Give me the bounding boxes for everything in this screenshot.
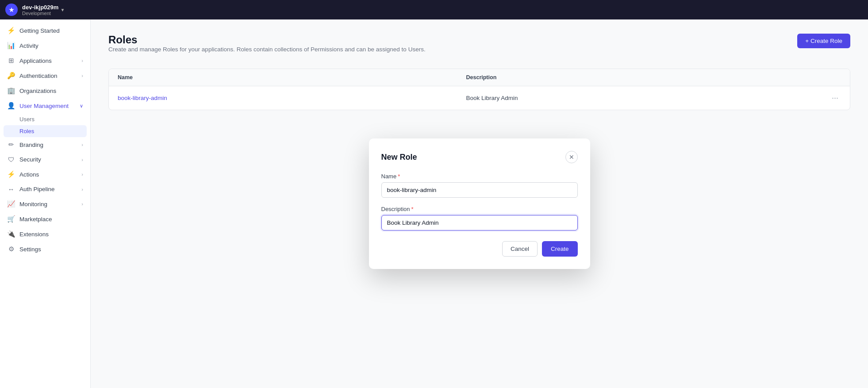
sidebar-item-label: Auth Pipeline bbox=[19, 186, 55, 192]
sidebar-item-label: Extensions bbox=[19, 231, 49, 238]
getting-started-icon: ⚡ bbox=[7, 27, 15, 35]
sidebar-item-label: Getting Started bbox=[19, 27, 60, 34]
sidebar-sub-item-roles[interactable]: Roles bbox=[4, 125, 87, 137]
sidebar-item-label: Monitoring bbox=[19, 201, 47, 207]
marketplace-icon: 🛒 bbox=[7, 215, 15, 223]
sidebar-item-branding[interactable]: ✏ Branding › bbox=[0, 137, 90, 152]
sidebar-item-label: Actions bbox=[19, 171, 39, 178]
logo-icon: ★ bbox=[9, 7, 14, 13]
sidebar-item-label: Authentication bbox=[19, 73, 58, 79]
topbar: ★ dev-ikjp029m Development ▼ bbox=[0, 0, 868, 19]
chevron-right-icon: › bbox=[81, 142, 83, 147]
sidebar-item-applications[interactable]: ⊞ Applications › bbox=[0, 53, 90, 68]
description-input[interactable] bbox=[381, 215, 578, 230]
sidebar-item-user-management[interactable]: 👤 User Management ∨ bbox=[0, 98, 90, 113]
org-switcher[interactable]: dev-ikjp029m Development ▼ bbox=[22, 4, 65, 16]
env-name: Development bbox=[22, 11, 58, 16]
sidebar-item-authentication[interactable]: 🔑 Authentication › bbox=[0, 68, 90, 83]
sidebar-item-label: Settings bbox=[19, 246, 41, 253]
sidebar-item-label: Marketplace bbox=[19, 216, 52, 223]
modal-close-button[interactable]: ✕ bbox=[565, 151, 578, 163]
security-icon: 🛡 bbox=[7, 156, 15, 163]
main-content: Roles Create and manage Roles for your a… bbox=[91, 19, 868, 388]
cancel-button[interactable]: Cancel bbox=[502, 241, 538, 257]
description-form-group: Description * bbox=[381, 206, 578, 230]
chevron-right-icon: › bbox=[81, 187, 83, 192]
modal-title: New Role bbox=[381, 153, 417, 162]
create-button[interactable]: Create bbox=[542, 241, 578, 257]
description-label: Description * bbox=[381, 206, 578, 212]
modal-overlay: New Role ✕ Name * Description * bbox=[91, 19, 868, 388]
organizations-icon: 🏢 bbox=[7, 87, 15, 95]
sidebar-item-activity[interactable]: 📊 Activity bbox=[0, 38, 90, 53]
sidebar-item-label: Security bbox=[19, 156, 41, 163]
sidebar-item-organizations[interactable]: 🏢 Organizations bbox=[0, 83, 90, 98]
modal-footer: Cancel Create bbox=[381, 241, 578, 257]
auth-pipeline-icon: ↔ bbox=[7, 185, 15, 193]
name-label: Name * bbox=[381, 173, 578, 180]
required-indicator: * bbox=[398, 173, 400, 180]
chevron-right-icon: › bbox=[81, 73, 83, 78]
applications-icon: ⊞ bbox=[7, 57, 15, 65]
sidebar-item-label: Activity bbox=[19, 42, 38, 49]
chevron-right-icon: › bbox=[81, 172, 83, 177]
sidebar-item-marketplace[interactable]: 🛒 Marketplace bbox=[0, 211, 90, 227]
sidebar: ⚡ Getting Started 📊 Activity ⊞ Applicati… bbox=[0, 19, 91, 388]
activity-icon: 📊 bbox=[7, 42, 15, 50]
chevron-down-icon: ∨ bbox=[80, 103, 83, 109]
sidebar-item-actions[interactable]: ⚡ Actions › bbox=[0, 167, 90, 182]
org-chevron-icon: ▼ bbox=[60, 8, 65, 12]
sidebar-item-label: User Management bbox=[19, 103, 69, 109]
chevron-right-icon: › bbox=[81, 157, 83, 162]
sidebar-item-auth-pipeline[interactable]: ↔ Auth Pipeline › bbox=[0, 182, 90, 196]
sidebar-item-label: Applications bbox=[19, 58, 52, 64]
chevron-right-icon: › bbox=[81, 201, 83, 207]
sidebar-item-label: Branding bbox=[19, 142, 43, 148]
sidebar-item-monitoring[interactable]: 📈 Monitoring › bbox=[0, 196, 90, 211]
roles-label: Roles bbox=[19, 128, 34, 134]
actions-icon: ⚡ bbox=[7, 170, 15, 178]
user-management-icon: 👤 bbox=[7, 102, 15, 110]
branding-icon: ✏ bbox=[7, 141, 15, 149]
new-role-modal: New Role ✕ Name * Description * bbox=[369, 138, 590, 269]
extensions-icon: 🔌 bbox=[7, 230, 15, 238]
org-name: dev-ikjp029m bbox=[22, 4, 58, 11]
name-form-group: Name * bbox=[381, 173, 578, 198]
monitoring-icon: 📈 bbox=[7, 200, 15, 208]
sidebar-item-extensions[interactable]: 🔌 Extensions bbox=[0, 227, 90, 242]
sidebar-item-label: Organizations bbox=[19, 88, 56, 94]
name-input[interactable] bbox=[381, 182, 578, 198]
users-label: Users bbox=[19, 116, 35, 123]
settings-icon: ⚙ bbox=[7, 245, 15, 253]
layout: ⚡ Getting Started 📊 Activity ⊞ Applicati… bbox=[0, 19, 868, 388]
required-indicator: * bbox=[411, 206, 414, 212]
close-icon: ✕ bbox=[569, 154, 574, 161]
sidebar-item-settings[interactable]: ⚙ Settings bbox=[0, 242, 90, 257]
sidebar-item-security[interactable]: 🛡 Security › bbox=[0, 152, 90, 167]
chevron-right-icon: › bbox=[81, 58, 83, 63]
authentication-icon: 🔑 bbox=[7, 72, 15, 80]
sidebar-item-getting-started[interactable]: ⚡ Getting Started bbox=[0, 23, 90, 38]
sidebar-sub-item-users[interactable]: Users bbox=[0, 113, 90, 125]
app-logo: ★ bbox=[5, 4, 18, 16]
modal-header: New Role ✕ bbox=[381, 151, 578, 163]
